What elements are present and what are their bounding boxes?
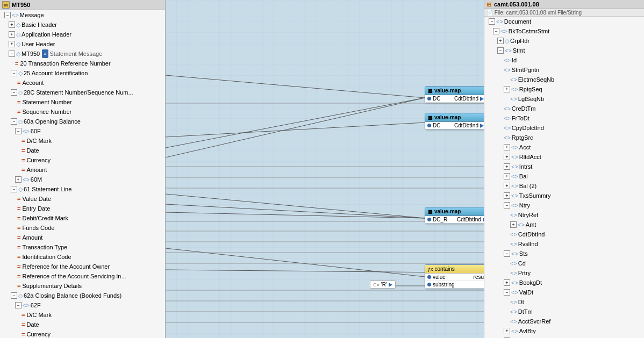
tree-item-amount2[interactable]: = Amount [0,233,165,242]
value-map-3-node[interactable]: ▦ value-map DC_R CdtDbtInd [425,207,484,224]
tree-item-acct-r[interactable]: + <> Acct [484,142,644,152]
tree-item-lglseqnb[interactable]: <> LglSeqNb [484,94,644,104]
expand-avlbty[interactable]: + [504,328,510,334]
expand-mt950[interactable]: − [9,51,15,57]
tree-item-valdt[interactable]: − <> ValDt [484,287,644,297]
tree-item-prtry[interactable]: <> Prtry [484,268,644,278]
tree-item-id-code[interactable]: = Identification Code [0,252,165,262]
tree-item-sts[interactable]: − <> Sts [484,249,644,258]
tree-item-supp[interactable]: = Supplementary Details [0,281,165,291]
expand-62f[interactable]: − [15,302,22,308]
tree-item-ntry[interactable]: − <> Ntry [484,200,644,210]
tree-item-60m[interactable]: + <> 60M [0,175,165,184]
expand-ntry[interactable]: − [504,202,510,208]
tree-item-frtodt[interactable]: <> FrToDt [484,113,644,123]
expand-60a[interactable]: − [11,118,17,125]
expand-message[interactable]: − [4,12,11,18]
tree-item-grphdr[interactable]: + ◇ GrpHdr [484,36,644,46]
tree-item-dc-mark1[interactable]: = D/C Mark [0,136,165,146]
expand-rltdacct[interactable]: + [504,154,510,160]
expand-61[interactable]: − [11,186,17,192]
tree-item-currency3[interactable]: = Currency [0,329,165,338]
tree-item-cd[interactable]: <> Cd [484,258,644,268]
tree-item-currency1[interactable]: = Currency [0,155,165,165]
tree-item-user-header[interactable]: + ◇ User Header [0,39,165,49]
tree-item-date1[interactable]: = Date [0,146,165,155]
expand-intrst[interactable]: + [504,163,510,170]
expand-28c[interactable]: − [11,89,17,96]
canvas-panel[interactable]: ƒx now result ▦ value-map DC CdtDbtInd [166,0,484,338]
tree-item-bal2[interactable]: + <> Bal (2) [484,181,644,191]
tree-item-rptgseq[interactable]: + <> RptgSeq [484,84,644,94]
expand-app-header[interactable]: + [9,31,15,38]
tree-item-28c[interactable]: − ◇ 28C Statement Number/Sequence Num... [0,88,165,97]
tree-item-62f[interactable]: − <> 62F [0,300,165,310]
value-map-1-node[interactable]: ▦ value-map DC CdtDbtInd [425,86,484,103]
expand-stmt[interactable]: − [497,47,504,54]
tree-item-credttm[interactable]: <> CreDtTm [484,104,644,113]
tree-item-funds-code[interactable]: = Funds Code [0,223,165,233]
tree-item-stmtpgntn[interactable]: <> StmtPgntn [484,65,644,75]
tree-item-mt950[interactable]: − ◇ MT950 ≡ Statement Message [0,49,165,59]
expand-62a[interactable]: − [11,292,17,299]
tree-item-entry-date[interactable]: = Entry Date [0,204,165,213]
tree-item-document[interactable]: − <> Document [484,17,644,26]
tree-item-ref-servicing[interactable]: = Reference of the Account Servicing In.… [0,271,165,281]
tree-item-bktocstmrstmt[interactable]: − <> BkToCstmrStmt [484,26,644,36]
tree-item-dc-mark2[interactable]: = Debit/Credit Mark [0,213,165,223]
tree-item-seq-number[interactable]: = Sequence Number [0,107,165,117]
tree-item-dc-mark3[interactable]: = D/C Mark [0,310,165,320]
tree-item-bookgdt[interactable]: + <> BookgDt [484,278,644,287]
tree-item-dt[interactable]: <> Dt [484,297,644,307]
expand-bookgdt[interactable]: + [504,279,510,286]
expand-rptgseq[interactable]: + [504,86,510,92]
expand-bal[interactable]: + [504,173,510,179]
tree-item-acct-id[interactable]: − ◇ 25 Account Identification [0,68,165,78]
tree-item-value-date[interactable]: = Value Date [0,194,165,204]
expand-user-header[interactable]: + [9,41,15,47]
tree-item-60a[interactable]: − ◇ 60a Opening Balance [0,117,165,126]
tree-item-bal[interactable]: + <> Bal [484,171,644,181]
tree-item-rvslind[interactable]: <> RvslInd [484,239,644,249]
tree-item-date3[interactable]: = Date [0,320,165,329]
tree-item-id[interactable]: <> Id [484,55,644,65]
tree-item-amt[interactable]: + <> Amt [484,220,644,229]
tree-item-avlbty[interactable]: + <> AvlBty [484,326,644,336]
expand-basic-header[interactable]: + [9,21,15,28]
expand-acct-r[interactable]: + [504,144,510,150]
tree-item-rptgsrc[interactable]: <> RptgSrc [484,133,644,142]
tree-item-dttm[interactable]: <> DtTm [484,307,644,317]
expand-valdt[interactable]: − [504,289,510,296]
tree-item-elctrncseqnb[interactable]: <> ElctrncSeqNb [484,75,644,84]
tree-item-intrst[interactable]: + <> Intrst [484,162,644,171]
tree-item-cdtdbtind[interactable]: <> CdtDbtInd [484,229,644,239]
expand-60m[interactable]: + [15,176,22,183]
expand-acct-id[interactable]: − [11,70,17,76]
tree-item-amount1[interactable]: = Amount [0,165,165,175]
contains-func-node[interactable]: ƒx contains value result substring [425,264,484,289]
expand-amt[interactable]: + [510,221,517,228]
tree-item-stmt[interactable]: − <> Stmt [484,46,644,55]
tree-item-cpydplctlnd[interactable]: <> CpyDplctInd [484,123,644,133]
tree-item-60f[interactable]: − <> 60F [0,126,165,136]
tree-item-basic-header[interactable]: + ◇ Basic Header [0,20,165,30]
tree-item-app-header[interactable]: + ◇ Application Header [0,30,165,39]
tree-item-ntryref[interactable]: <> NtryRef [484,210,644,220]
value-map-2-node[interactable]: ▦ value-map DC CdtDbtInd [425,113,484,130]
tree-item-ref-owner[interactable]: = Reference for the Account Owner [0,262,165,271]
tree-item-txref[interactable]: = 20 Transaction Reference Number [0,59,165,68]
expand-grphdr[interactable]: + [497,38,504,44]
expand-bktocstmrstmt[interactable]: − [493,28,499,34]
tree-item-acctsvcrref[interactable]: <> AcctSvcrRef [484,317,644,326]
tree-item-tx-type[interactable]: = Transaction Type [0,242,165,252]
expand-txssummry[interactable]: + [504,192,510,199]
tree-item-account[interactable]: = Account [0,78,165,88]
expand-60f[interactable]: − [15,128,22,134]
tree-item-61[interactable]: − ◇ 61 Statement Line [0,184,165,194]
expand-bal2[interactable]: + [504,183,510,189]
tree-item-txssummry[interactable]: + <> TxsSummry [484,191,644,200]
tree-item-message[interactable]: − <> Message [0,10,165,20]
expand-document[interactable]: − [489,18,495,25]
tree-item-bktxcd[interactable]: + <> BkTxCd [484,336,644,338]
expand-sts[interactable]: − [504,250,510,257]
